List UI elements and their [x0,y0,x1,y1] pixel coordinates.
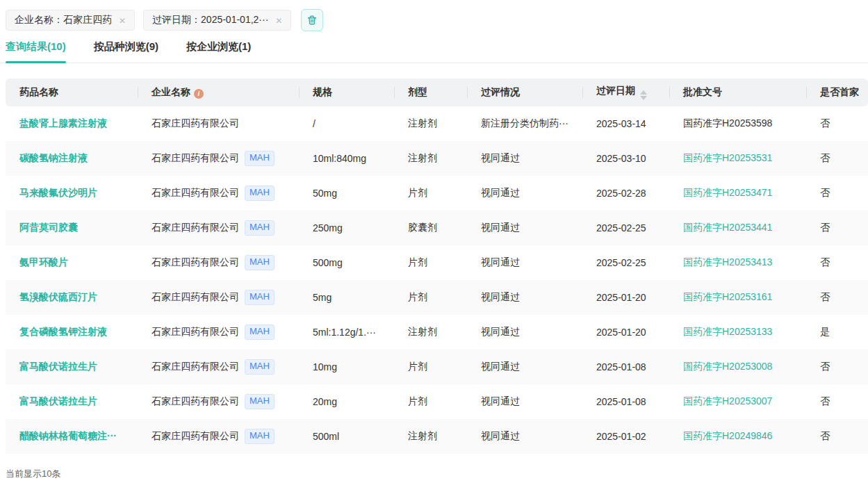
col-header-company: 企业名称 [138,79,299,106]
first-approval-value: 否 [820,395,830,407]
table-row: 阿昔莫司胶囊 石家庄四药有限公司MAH 250mg 胶囊剂 视同通过 2025-… [6,211,868,245]
first-approval-value: 否 [820,361,830,372]
results-summary: 当前显示10条 [6,468,868,480]
approval-number[interactable]: 国药准字H20253441 [683,222,772,233]
company-name: 石家庄四药有限公司 [152,152,239,163]
info-icon[interactable] [194,89,204,99]
drug-name-link[interactable]: 碳酸氢钠注射液 [19,152,88,163]
table-row: 醋酸钠林格葡萄糖注··· 石家庄四药有限公司MAH 500ml 注射剂 视同通过… [6,419,868,454]
review-date-value: 2025-03-10 [596,153,646,164]
dosage-form-value: 片剂 [408,395,427,407]
drug-name-link[interactable]: 富马酸伏诺拉生片 [19,361,97,372]
review-status-value: 新注册分类仿制药··· [481,117,568,129]
filter-tag-company: 企业名称：石家庄四药 [6,10,135,31]
trash-icon [306,15,318,26]
table-header-row: 药品名称 企业名称 规格 剂型 过评情况 过评日期 批准文号 是否首家 [6,79,868,106]
close-icon[interactable] [119,15,126,25]
col-header-dosage-form: 剂型 [394,79,467,106]
caret-up-icon [640,90,647,95]
col-header-first-approval: 是否首家 [806,79,868,106]
first-approval-value: 否 [820,152,830,163]
review-date-value: 2025-01-08 [596,396,646,407]
col-header-review-date: 过评日期 [582,79,669,106]
filter-bar: 企业名称：石家庄四药 过评日期：2025-01-01,2··· [0,0,868,31]
approval-number: 国药准字H20253598 [683,117,772,129]
approval-number[interactable]: 国药准字H20253161 [683,291,772,302]
drug-name-link[interactable]: 氨甲环酸片 [19,256,68,268]
tab-query-results[interactable]: 查询结果(10) [6,40,66,63]
spec-value: 50mg [313,188,337,199]
review-status-value: 视同通过 [481,291,520,302]
review-status-value: 视同通过 [481,222,520,233]
first-approval-value: 否 [820,430,830,441]
drug-name-link[interactable]: 马来酸氟伏沙明片 [19,187,97,198]
mah-badge: MAH [245,359,275,375]
first-approval-value: 否 [820,222,830,233]
table-row: 马来酸氟伏沙明片 石家庄四药有限公司MAH 50mg 片剂 视同通过 2025-… [6,176,868,211]
review-status-value: 视同通过 [481,361,520,372]
company-name: 石家庄四药有限公司 [152,291,239,302]
first-approval-value: 是 [820,326,830,337]
approval-number[interactable]: 国药准字H20253531 [683,152,772,163]
dosage-form-value: 片剂 [408,291,427,302]
review-status-value: 视同通过 [481,152,520,163]
review-date-value: 2025-01-08 [596,361,646,372]
approval-number[interactable]: 国药准字H20253133 [683,326,772,337]
results-table: 药品名称 企业名称 规格 剂型 过评情况 过评日期 批准文号 是否首家 盐酸肾上… [6,79,868,454]
first-approval-value: 否 [820,256,830,268]
review-date-value: 2025-01-20 [596,327,646,338]
close-icon[interactable] [275,15,282,25]
filter-tag-review-date-label: 过评日期：2025-01-01,2··· [152,14,268,26]
mah-badge: MAH [245,255,275,270]
spec-value: 500ml [313,431,339,442]
dosage-form-value: 注射剂 [408,430,437,441]
approval-number[interactable]: 国药准字H20249846 [683,430,772,441]
company-name: 石家庄四药有限公司 [152,222,239,233]
filter-tag-review-date: 过评日期：2025-01-01,2··· [143,10,291,31]
col-header-review-status: 过评情况 [467,79,582,106]
review-status-value: 视同通过 [481,326,520,337]
dosage-form-value: 胶囊剂 [408,222,437,233]
col-header-drug-name: 药品名称 [6,79,138,106]
col-header-spec: 规格 [299,79,394,106]
spec-value: 5mg [313,292,331,303]
spec-value: 10ml:840mg [313,153,366,164]
dosage-form-value: 注射剂 [408,117,437,129]
first-approval-value: 否 [820,187,830,198]
dosage-form-value: 片剂 [408,187,427,198]
mah-badge: MAH [245,151,275,166]
caret-down-icon [640,96,647,100]
mah-badge: MAH [245,290,275,305]
company-name: 石家庄四药有限公司 [152,430,239,441]
approval-number[interactable]: 国药准字H20253413 [683,256,772,268]
mah-badge: MAH [245,394,275,409]
table-row: 氨甲环酸片 石家庄四药有限公司MAH 500mg 片剂 视同通过 2025-02… [6,245,868,280]
sort-control[interactable] [640,90,647,100]
drug-name-link[interactable]: 氢溴酸伏硫西汀片 [19,291,97,302]
company-name: 石家庄四药有限公司 [152,117,239,129]
first-approval-value: 否 [820,291,830,302]
mah-badge: MAH [245,186,275,201]
review-date-value: 2025-01-02 [596,431,646,442]
dosage-form-value: 片剂 [408,256,427,268]
drug-name-link[interactable]: 盐酸肾上腺素注射液 [19,117,107,129]
approval-number[interactable]: 国药准字H20253008 [683,361,772,372]
drug-name-link[interactable]: 阿昔莫司胶囊 [19,222,78,233]
table-row: 碳酸氢钠注射液 石家庄四药有限公司MAH 10ml:840mg 注射剂 视同通过… [6,141,868,176]
company-name: 石家庄四药有限公司 [152,395,239,407]
company-name: 石家庄四药有限公司 [152,187,239,198]
drug-name-link[interactable]: 复合磷酸氢钾注射液 [19,326,107,337]
drug-name-link[interactable]: 醋酸钠林格葡萄糖注··· [19,430,117,441]
dosage-form-value: 片剂 [408,361,427,372]
tab-by-company[interactable]: 按企业浏览(1) [186,40,251,63]
approval-number[interactable]: 国药准字H20253007 [683,395,772,407]
dosage-form-value: 注射剂 [408,152,437,163]
mah-badge: MAH [245,325,275,340]
tab-by-variety[interactable]: 按品种浏览(9) [94,40,158,63]
spec-value: 250mg [313,222,343,233]
approval-number[interactable]: 国药准字H20253471 [683,187,772,198]
company-name: 石家庄四药有限公司 [152,326,239,337]
drug-name-link[interactable]: 富马酸伏诺拉生片 [19,395,97,407]
review-date-value: 2025-02-25 [596,257,646,268]
clear-filters-button[interactable] [301,9,323,31]
